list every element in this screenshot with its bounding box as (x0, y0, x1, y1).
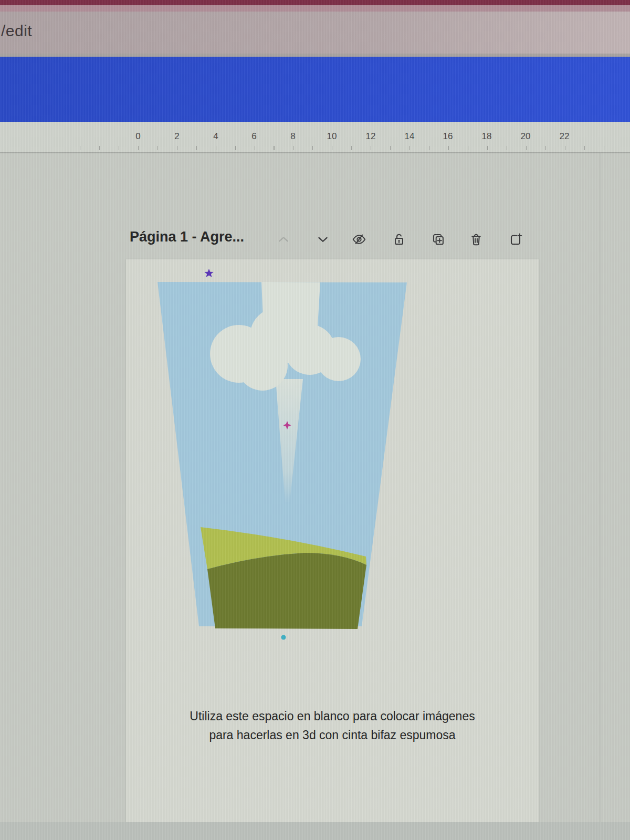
window-top-strip-light (0, 5, 630, 12)
eye-off-icon (351, 232, 367, 247)
add-page-icon (508, 232, 523, 247)
caption-line-1: Utiliza este espacio en blanco para colo… (126, 707, 539, 726)
ruler-label: 2 (174, 131, 179, 142)
screen: /edit 0 2 4 6 8 10 12 14 16 18 20 22 Pág… (0, 0, 630, 840)
duplicate-icon (430, 232, 446, 247)
unlock-icon (391, 232, 407, 247)
url-text[interactable]: /edit (1, 22, 32, 40)
ruler-label: 10 (327, 131, 337, 142)
ruler-label: 16 (443, 131, 453, 142)
hide-page-button[interactable] (351, 232, 367, 247)
design-page[interactable]: Utiliza este espacio en blanco para colo… (126, 259, 539, 822)
chevron-down-icon (315, 232, 331, 247)
ruler-label: 22 (560, 131, 570, 142)
horizontal-ruler: 0 2 4 6 8 10 12 14 16 18 20 22 (0, 122, 630, 153)
ruler-label: 20 (521, 131, 531, 142)
trash-icon (468, 232, 484, 247)
placeholder-caption[interactable]: Utiliza este espacio en blanco para colo… (126, 707, 539, 744)
editor-toolbar (0, 57, 630, 122)
screen-bottom-band (0, 822, 630, 840)
page-header-row: Página 1 - Agre... (0, 226, 630, 255)
workspace-edge-line (600, 153, 601, 840)
page-title[interactable]: Página 1 - Agre... (130, 229, 244, 245)
duplicate-page-button[interactable] (430, 232, 446, 247)
chevron-up-icon (276, 232, 291, 247)
move-page-up-button[interactable] (276, 232, 291, 247)
ruler-label: 4 (213, 131, 218, 142)
ruler-label: 0 (135, 131, 140, 142)
caption-line-2: para hacerlas en 3d con cinta bifaz espu… (126, 726, 539, 744)
add-page-button[interactable] (508, 232, 523, 247)
teal-dot-shape[interactable] (281, 635, 286, 640)
ruler-label: 14 (405, 131, 415, 142)
ruler-ticks (80, 146, 605, 150)
ruler-label: 12 (366, 131, 376, 142)
window-top-strip (0, 0, 630, 5)
hill-front-shape[interactable] (207, 553, 366, 629)
delete-page-button[interactable] (468, 232, 484, 247)
browser-address-bar[interactable]: /edit (0, 12, 630, 54)
ruler-label: 8 (290, 131, 295, 142)
unlock-page-button[interactable] (391, 232, 407, 247)
star-sparkle-shape[interactable] (204, 269, 213, 277)
ruler-label: 18 (482, 131, 492, 142)
move-page-down-button[interactable] (315, 232, 331, 247)
ruler-label: 6 (251, 131, 256, 142)
